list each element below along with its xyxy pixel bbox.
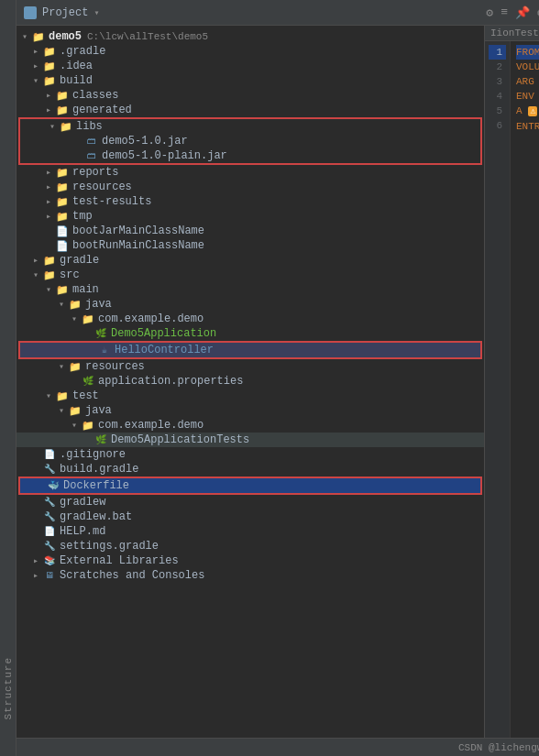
list-item[interactable]: 📁 reports — [16, 165, 484, 180]
list-item[interactable]: 🔧 build.gradle — [16, 462, 484, 477]
equalizer-icon[interactable]: ≡ — [500, 5, 508, 19]
arrow-icon[interactable] — [29, 46, 42, 57]
item-label: settings.gradle — [60, 540, 159, 553]
gradle-icon: 🔧 — [42, 496, 57, 509]
dockerfile-highlight-box: 🐳 Dockerfile — [18, 477, 482, 495]
item-label: demo5-1.0.jar — [102, 135, 188, 148]
list-item[interactable]: 📁 generated — [16, 103, 484, 117]
list-item[interactable]: 🌿 Demo5ApplicationTests — [16, 433, 484, 447]
item-label: generated — [72, 104, 132, 116]
console-icon: 🖥 — [42, 569, 57, 582]
list-item[interactable]: 📁 resources — [16, 180, 484, 194]
folder-icon: 📁 — [55, 195, 70, 208]
folder-icon: 📁 — [81, 419, 95, 432]
arrow-icon[interactable] — [55, 361, 68, 372]
arrow-icon[interactable] — [68, 420, 81, 431]
line-num-4: 4 — [489, 89, 506, 104]
docker-icon: 🐳 — [46, 479, 60, 492]
list-item[interactable]: 🌿 application.properties — [16, 374, 484, 389]
folder-icon: 📁 — [55, 389, 70, 402]
list-item[interactable]: 📁 java — [16, 297, 484, 312]
dockerfile-item[interactable]: 🐳 Dockerfile — [20, 478, 480, 493]
arrow-icon[interactable] — [29, 269, 42, 280]
code-line-3: ARG — [516, 74, 539, 89]
arrow-icon[interactable] — [42, 196, 55, 207]
item-label: demo5-1.0-plain.jar — [102, 149, 227, 162]
list-item[interactable]: 📁 com.example.demo — [16, 312, 484, 326]
list-item[interactable]: 📁 build — [16, 73, 484, 88]
root-name: demo5 — [49, 30, 82, 43]
list-item[interactable]: 🔧 settings.gradle — [16, 539, 484, 553]
Demo5Application-item[interactable]: 🌿 Demo5Application — [16, 326, 484, 341]
arrow-icon[interactable] — [29, 75, 42, 86]
folder-icon: 📁 — [55, 89, 70, 102]
arrow-icon[interactable] — [46, 121, 59, 132]
list-item[interactable]: 📄 bootJarMainClassName — [16, 224, 484, 238]
arrow-icon[interactable] — [42, 211, 55, 222]
line-num-6: 6 — [489, 118, 506, 133]
libs-dir[interactable]: 📁 libs — [20, 119, 480, 134]
folder-icon: 📁 — [55, 283, 70, 296]
main-panel: Project ▾ ⚙ ≡ 📌 ⚙ ⊞ ✕ 📁 demo5 C:\lcw\all… — [16, 0, 539, 756]
arrow-icon[interactable] — [55, 405, 68, 416]
list-item[interactable]: 📁 test — [16, 389, 484, 403]
list-item[interactable]: 📁 classes — [16, 88, 484, 103]
arrow-icon[interactable] — [29, 255, 42, 266]
list-item[interactable]: 📄 HELP.md — [16, 524, 484, 539]
code-content: 1 2 3 4 5 6 FROM VOLU ARG ENV A ⚠ EN — [485, 41, 539, 738]
list-item[interactable]: 🗃 demo5-1.0.jar — [20, 134, 480, 148]
arrow-icon[interactable] — [55, 299, 68, 310]
scratches-item[interactable]: 🖥 Scratches and Consoles — [16, 568, 484, 583]
arrow-icon[interactable] — [42, 284, 55, 295]
list-item[interactable]: 📁 com.example.demo — [16, 418, 484, 433]
item-label: HelloController — [115, 344, 214, 356]
root-arrow[interactable] — [18, 31, 31, 42]
arrow-icon[interactable] — [29, 570, 42, 581]
list-item[interactable]: 🔧 gradlew — [16, 495, 484, 509]
arrow-icon[interactable] — [42, 167, 55, 178]
folder-icon: 📁 — [68, 404, 82, 417]
root-folder-icon: 📁 — [31, 30, 46, 43]
list-item[interactable]: 📄 bootRunMainClassName — [16, 238, 484, 253]
list-item[interactable]: 🗃 demo5-1.0-plain.jar — [20, 148, 480, 163]
item-label: build — [60, 74, 93, 87]
list-item[interactable]: 📁 java — [16, 403, 484, 418]
list-item[interactable]: 📁 tmp — [16, 209, 484, 224]
folder-icon: 📁 — [42, 60, 57, 72]
gradle-icon: 🔧 — [42, 540, 57, 553]
code-tab[interactable]: IionTests.java — [485, 26, 539, 41]
header-title: Project — [42, 6, 88, 19]
external-libraries-item[interactable]: 📚 External Libraries — [16, 553, 484, 568]
list-item[interactable]: 📁 main — [16, 282, 484, 297]
list-item[interactable]: 📁 gradle — [16, 253, 484, 268]
list-item[interactable]: 📁 .idea — [16, 59, 484, 73]
list-item[interactable]: 📁 test-results — [16, 194, 484, 209]
header-dropdown-arrow[interactable]: ▾ — [94, 7, 99, 18]
arrow-icon[interactable] — [42, 90, 55, 101]
item-label: .idea — [60, 60, 93, 72]
list-item[interactable]: 📄 .gitignore — [16, 447, 484, 462]
list-item[interactable]: 📁 .gradle — [16, 44, 484, 59]
arrow-icon[interactable] — [68, 313, 81, 324]
list-item[interactable]: 📁 resources — [16, 359, 484, 374]
HelloController-item[interactable]: ☕ HelloController — [20, 343, 480, 357]
structure-panel-tab[interactable]: Structure — [0, 0, 16, 756]
folder-icon: 📁 — [59, 120, 73, 133]
libs-highlight-box: 📁 libs 🗃 demo5-1.0.jar 🗃 demo5-1.0-plain… — [18, 117, 482, 165]
pin-icon[interactable]: 📌 — [515, 5, 530, 20]
arrow-icon[interactable] — [29, 555, 42, 566]
settings-icon[interactable]: ⚙ — [486, 5, 493, 20]
folder-icon: 📁 — [42, 74, 57, 87]
code-lines: FROM VOLU ARG ENV A ⚠ ENTR — [511, 41, 539, 738]
list-item[interactable]: 📁 src — [16, 268, 484, 282]
arrow-icon[interactable] — [42, 390, 55, 401]
file-tree: 📁 demo5 C:\lcw\allTest\demo5 📁 .gradle 📁… — [16, 26, 484, 738]
arrow-icon[interactable] — [42, 104, 55, 115]
tree-root[interactable]: 📁 demo5 C:\lcw\allTest\demo5 — [16, 29, 484, 44]
item-label: Dockerfile — [63, 479, 129, 492]
arrow-icon[interactable] — [42, 181, 55, 192]
list-item[interactable]: 🔧 gradlew.bat — [16, 509, 484, 524]
code-line-5-text: A — [516, 105, 522, 116]
arrow-icon[interactable] — [29, 60, 42, 71]
item-label: .gradle — [60, 45, 105, 58]
